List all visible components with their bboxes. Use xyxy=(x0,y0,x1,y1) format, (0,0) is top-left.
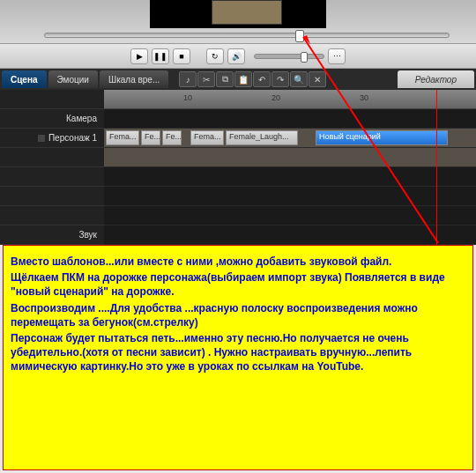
undo-icon[interactable]: ↶ xyxy=(253,71,271,87)
ruler-tick-10: 10 xyxy=(183,93,192,102)
track-empty2[interactable] xyxy=(104,167,476,187)
track-label-empty3[interactable] xyxy=(0,187,104,206)
redo-icon[interactable]: ↷ xyxy=(271,71,289,87)
track-label-sound[interactable]: Звук xyxy=(0,225,104,245)
paste-icon[interactable]: 📋 xyxy=(234,71,252,87)
clip-laugh[interactable]: Female_Laugh... xyxy=(226,130,298,145)
toolbar: ♪ ✂ ⧉ 📋 ↶ ↷ 🔍 ✕ xyxy=(179,71,326,87)
ruler-tick-20: 20 xyxy=(271,93,280,102)
tab-scene[interactable]: Сцена xyxy=(2,70,47,88)
track-empty3[interactable] xyxy=(104,187,476,206)
tracks-area: 10 20 30 Fema... Fe... Fe... Fema... Fem… xyxy=(104,90,476,245)
preview-thumbnail xyxy=(212,0,282,25)
clip-scenario[interactable]: Новый сценарий xyxy=(316,130,448,145)
annotation-box: Вместо шаблонов...или вместе с ними ,мож… xyxy=(3,245,473,470)
track-label-empty4[interactable] xyxy=(0,206,104,225)
playback-controls: ▶ ❚❚ ■ ↻ 🔊 ⋯ xyxy=(0,44,476,69)
pause-button[interactable]: ❚❚ xyxy=(152,48,169,64)
delete-icon[interactable]: ✕ xyxy=(309,71,326,87)
scrub-track[interactable] xyxy=(44,33,450,38)
copy-icon[interactable]: ⧉ xyxy=(216,71,234,87)
track-label-empty2[interactable] xyxy=(0,167,104,187)
annotation-line1: Вместо шаблонов...или вместе с ними ,мож… xyxy=(11,255,465,269)
volume-slider[interactable] xyxy=(254,54,324,59)
tab-timescale[interactable]: Шкала вре... xyxy=(100,70,168,88)
scrub-handle[interactable] xyxy=(295,30,304,42)
extra-button[interactable]: ⋯ xyxy=(328,48,346,64)
annotation-line3: Воспроизводим ....Для удобства ...красну… xyxy=(11,301,465,329)
playhead-line xyxy=(436,90,437,245)
cut-icon[interactable]: ✂ xyxy=(197,71,215,87)
track-label-character1[interactable]: Персонаж 1 xyxy=(0,129,104,148)
preview-area xyxy=(0,0,476,44)
time-ruler[interactable]: 10 20 30 xyxy=(104,90,476,109)
clip-fe2[interactable]: Fe... xyxy=(162,130,182,145)
tab-editor[interactable]: Редактор xyxy=(398,70,474,88)
clip-fe1[interactable]: Fe... xyxy=(141,130,160,145)
annotation-line2: Щёлкаем ПКМ на дорожке персонажа(выбирае… xyxy=(11,270,465,299)
clip-fema1[interactable]: Fema... xyxy=(106,130,139,145)
tab-emotions[interactable]: Эмоции xyxy=(48,70,98,88)
track-empty4[interactable] xyxy=(104,206,476,225)
track-sound[interactable] xyxy=(104,225,476,245)
track-labels: Камера Персонаж 1 Звук xyxy=(0,90,104,245)
clip-fema2[interactable]: Fema... xyxy=(190,130,224,145)
play-button[interactable]: ▶ xyxy=(130,48,148,64)
timeline: Камера Персонаж 1 Звук 10 20 30 Fema... … xyxy=(0,90,476,245)
track-character1[interactable]: Fema... Fe... Fe... Fema... Female_Laugh… xyxy=(104,129,476,148)
zoom-icon[interactable]: 🔍 xyxy=(290,71,308,87)
note-icon[interactable]: ♪ xyxy=(179,71,197,87)
stop-button[interactable]: ■ xyxy=(173,48,190,64)
mute-button[interactable]: 🔊 xyxy=(227,48,245,64)
volume-handle[interactable] xyxy=(301,52,308,63)
ruler-spacer xyxy=(0,90,104,109)
track-empty1[interactable] xyxy=(104,148,476,167)
track-label-camera[interactable]: Камера xyxy=(0,109,104,129)
ruler-tick-30: 30 xyxy=(360,93,368,102)
track-camera[interactable] xyxy=(104,109,476,129)
video-preview xyxy=(150,0,326,28)
character1-text: Персонаж 1 xyxy=(48,133,97,143)
loop-button[interactable]: ↻ xyxy=(206,48,224,64)
expand-icon[interactable] xyxy=(38,135,45,142)
track-label-empty1[interactable] xyxy=(0,148,104,167)
tab-bar: Сцена Эмоции Шкала вре... ♪ ✂ ⧉ 📋 ↶ ↷ 🔍 … xyxy=(0,69,476,90)
annotation-line4: Персонаж будет пытаться петь...именно эт… xyxy=(11,331,465,374)
